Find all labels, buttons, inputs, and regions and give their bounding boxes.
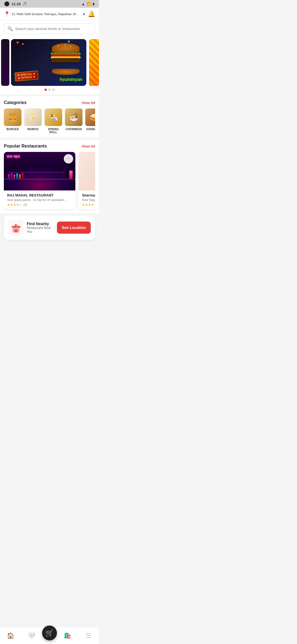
restaurant-row: ताज महल ♡ RAJ MAHAL RESTAURANT near gupt…	[4, 152, 95, 212]
banner-special-badge: ★ SPECIAL ★ ★ OFFERS ★	[15, 72, 38, 80]
categories-scroll: 🍔 BURGER 🥟 MOMOS 🌯 SPRING ROLL 🍜 CHOWMEI…	[4, 108, 95, 136]
wifi-icon: ▲	[81, 2, 85, 6]
category-img-momos: 🥟	[24, 108, 42, 126]
store-svg-icon	[10, 222, 21, 233]
search-container: 🔍	[0, 21, 99, 38]
stars-sharma: ★★★★☆	[82, 203, 95, 207]
banner-hashtag: #yummyan	[59, 77, 82, 82]
status-bar: 11:15 🎵 ▲ 📶 ▮	[0, 0, 99, 8]
svg-marker-10	[15, 224, 18, 226]
popular-restaurants-header: Popular Restaurants View All	[4, 144, 95, 149]
burger-food-image: 🍔	[4, 108, 21, 126]
category-item-burger[interactable]: 🍔 BURGER	[4, 108, 21, 134]
banner-wrapper: ★ SPECIAL ★ ★ OFFERS ★ #yummyan	[0, 38, 99, 87]
category-label-sandwich: SANDWICH	[86, 128, 95, 131]
svg-rect-7	[18, 226, 19, 228]
special-badge: ★ SPECIAL ★ ★ OFFERS ★	[15, 70, 38, 81]
media-icon: 🎵	[23, 2, 27, 6]
restaurant-desc-raj-mahal: near gupta paints , on top flor of saras…	[7, 198, 72, 201]
categories-header: Categories View All	[4, 100, 95, 105]
dropdown-icon: ▾	[83, 12, 85, 17]
nearby-card: Find Nearby Restaurant Near You See Loca…	[4, 215, 95, 240]
banner-dots	[0, 87, 99, 92]
sharma-pizza-background	[79, 152, 95, 190]
banner-section: ★ SPECIAL ★ ★ OFFERS ★ #yummyan	[0, 38, 99, 94]
restaurant-rating-sharma: ★★★★☆ (0)	[82, 203, 95, 207]
banner-slide-prev[interactable]	[1, 39, 9, 86]
location-text: 13, Ridhi Sidhi Enclave, Reengus, Rajast…	[12, 12, 80, 16]
svg-rect-8	[15, 231, 16, 232]
category-item-sandwich[interactable]: 🥪 SANDWICH	[85, 108, 95, 134]
category-item-springroll[interactable]: 🌯 SPRING ROLL	[45, 108, 62, 134]
camera-notch	[4, 1, 9, 6]
restaurant-card-raj-mahal[interactable]: ताज महल ♡ RAJ MAHAL RESTAURANT near gupt…	[4, 152, 75, 209]
categories-view-all[interactable]: View All	[82, 101, 95, 105]
popular-restaurants-section: Popular Restaurants View All	[0, 140, 99, 213]
restaurant-info-raj-mahal: RAJ MAHAL RESTAURANT near gupta paints ,…	[4, 190, 75, 209]
restaurant-info-sharma: Sharma ji specialist petis & chow... Nea…	[79, 190, 95, 209]
favorite-button-raj-mahal[interactable]: ♡	[64, 154, 73, 163]
notification-bell-icon[interactable]: 🔔	[88, 10, 95, 18]
restaurant-name-sharma: Sharma ji specialist petis & chow...	[82, 193, 95, 197]
springroll-food-image: 🌯	[45, 108, 62, 126]
category-img-sandwich: 🥪	[85, 108, 95, 126]
location-section[interactable]: 📍 13, Ridhi Sidhi Enclave, Reengus, Raja…	[4, 11, 85, 17]
rating-count-raj-mahal: (0)	[23, 203, 27, 206]
banner-slide-next[interactable]	[89, 39, 99, 86]
category-img-chowmein: 🍜	[65, 108, 82, 126]
popular-restaurants-view-all[interactable]: View All	[82, 144, 95, 148]
sandwich-food-image: 🥪	[85, 108, 95, 126]
signal-icon: 📶	[87, 2, 91, 6]
battery-icon: ▮	[93, 2, 95, 6]
banner-dot-2[interactable]	[48, 89, 51, 91]
category-label-chowmein: CHOWMEIN	[65, 128, 82, 131]
stars-raj-mahal: ★★★★☆	[7, 203, 22, 207]
banner-dot-3[interactable]	[52, 89, 54, 91]
banner-dot-1[interactable]	[45, 89, 47, 91]
svg-rect-5	[14, 226, 15, 228]
svg-rect-4	[12, 226, 13, 228]
restaurant-rating-raj-mahal: ★★★★☆ (0)	[7, 203, 72, 207]
category-img-burger: 🍔	[4, 108, 21, 126]
search-input[interactable]	[15, 27, 92, 31]
chowmein-food-image: 🍜	[65, 108, 82, 126]
restaurant-img-sharma	[79, 152, 95, 190]
banner-slide-main[interactable]: ★ SPECIAL ★ ★ OFFERS ★ #yummyan	[11, 39, 86, 86]
category-label-momos: MOMOS	[28, 128, 38, 131]
location-pin-icon: 📍	[4, 11, 10, 17]
restaurant-desc-sharma: Near Nagar palik shrimadhopur	[82, 198, 95, 201]
nearby-subtitle: Restaurant Near You	[27, 226, 57, 234]
categories-section: Categories View All 🍔 BURGER 🥟 MOMOS 🌯 S…	[0, 96, 99, 138]
popular-restaurants-title: Popular Restaurants	[4, 144, 47, 149]
category-label-burger: BURGER	[6, 128, 19, 131]
restaurant-name-raj-mahal: RAJ MAHAL RESTAURANT	[7, 193, 72, 197]
status-time: 11:15	[12, 2, 21, 6]
search-box[interactable]: 🔍	[4, 23, 95, 34]
category-label-springroll: SPRING ROLL	[45, 128, 62, 134]
category-item-chowmein[interactable]: 🍜 CHOWMEIN	[65, 108, 82, 134]
nearby-text-block: Find Nearby Restaurant Near You	[27, 222, 57, 234]
nearby-title: Find Nearby	[27, 222, 57, 226]
momos-food-image: 🥟	[24, 108, 42, 126]
see-location-button[interactable]: See Location	[57, 222, 91, 234]
nearby-restaurant-icon	[8, 220, 23, 235]
category-img-springroll: 🌯	[45, 108, 62, 126]
restaurant-card-sharma[interactable]: Sharma ji specialist petis & chow... Nea…	[79, 152, 95, 209]
svg-rect-6	[16, 226, 17, 228]
search-icon: 🔍	[7, 26, 13, 31]
svg-rect-9	[15, 224, 15, 227]
nearby-left: Find Nearby Restaurant Near You	[8, 220, 57, 235]
header: 📍 13, Ridhi Sidhi Enclave, Reengus, Raja…	[0, 8, 99, 21]
category-item-momos[interactable]: 🥟 MOMOS	[24, 108, 42, 134]
categories-title: Categories	[4, 100, 27, 105]
